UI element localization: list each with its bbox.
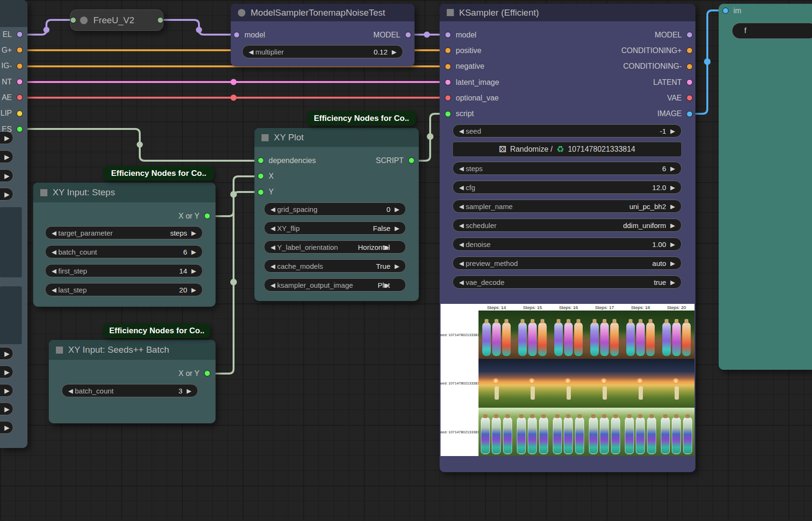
widget-cfg[interactable]: ◀cfg12.0▶ (452, 181, 682, 194)
randomize-seed-button[interactable]: ⚄ Randomize / ♻ 1071478021333814 (452, 142, 682, 157)
collapse-button[interactable] (262, 134, 269, 141)
G+-slot[interactable] (17, 47, 23, 53)
increment-arrow[interactable]: ▶ (668, 165, 677, 172)
widget-first-step[interactable]: ◀first_step14▶ (45, 264, 203, 277)
widget-filename[interactable]: f (732, 23, 812, 39)
widget-scheduler[interactable]: ◀schedulerddim_uniform▶ (452, 219, 682, 232)
collapse-button[interactable] (80, 17, 88, 24)
node-modelsampler-tonemap[interactable]: ModelSamplerTonemapNoiseTest model MODEL… (231, 4, 415, 66)
node-title-bar[interactable]: KSampler (Efficient) (440, 4, 695, 21)
decrement-arrow[interactable]: ◀ (269, 206, 277, 213)
decrement-arrow[interactable]: ◀ (50, 229, 58, 237)
positive-slot[interactable] (445, 47, 451, 54)
model-slot[interactable] (234, 32, 240, 38)
decrement-arrow[interactable]: ◀ (457, 203, 466, 210)
increment-arrow[interactable]: ▶ (393, 225, 401, 232)
decrement-arrow[interactable]: ◀ (269, 244, 277, 251)
X or Y-slot[interactable] (204, 213, 210, 219)
widget-stub[interactable]: ▶ (0, 366, 13, 378)
node-xy-input-steps[interactable]: XY Input: Steps X or Y ◀target_parameter… (33, 183, 216, 307)
increment-arrow[interactable]: ▶ (189, 267, 198, 274)
increment-arrow[interactable]: ▶ (4, 191, 9, 198)
increment-arrow[interactable]: ▶ (668, 203, 677, 210)
decrement-arrow[interactable]: ◀ (457, 184, 466, 191)
node-save-image[interactable]: im f (719, 4, 812, 370)
node-title-bar[interactable] (0, 0, 27, 27)
widget-ksampler-output-image[interactable]: ◀ksampler_output_imagePlot▶ (264, 278, 406, 292)
collapse-button[interactable] (56, 347, 63, 354)
widget-stub[interactable]: ▶ (0, 384, 13, 397)
loader-textarea[interactable] (0, 286, 22, 344)
increment-arrow[interactable]: ▶ (4, 172, 9, 180)
im-slot[interactable] (722, 8, 729, 14)
decrement-arrow[interactable]: ◀ (50, 248, 58, 256)
widget-y-label-orientation[interactable]: ◀Y_label_orientationHorizontal▶ (264, 240, 406, 254)
widget-vae-decode[interactable]: ◀vae_decodetrue▶ (452, 275, 682, 289)
widget-xy-flip[interactable]: ◀XY_flipFalse▶ (264, 221, 406, 235)
increment-arrow[interactable]: ▶ (4, 134, 9, 142)
collapsed-input-slot[interactable] (70, 17, 76, 23)
widget-stub[interactable]: ▶ (0, 188, 13, 201)
increment-arrow[interactable]: ▶ (4, 387, 9, 394)
node-title-bar[interactable]: ModelSamplerTonemapNoiseTest (231, 4, 415, 21)
decrement-arrow[interactable]: ◀ (50, 286, 58, 293)
widget-steps[interactable]: ◀steps6▶ (452, 162, 682, 175)
increment-arrow[interactable]: ▶ (668, 279, 677, 286)
collapsed-output-slot[interactable] (157, 17, 163, 23)
SCRIPT-slot[interactable] (408, 157, 415, 164)
IG--slot[interactable] (17, 63, 23, 69)
increment-arrow[interactable]: ▶ (668, 184, 677, 191)
increment-arrow[interactable]: ▶ (393, 263, 401, 270)
widget-cache-models[interactable]: ◀cache_modelsTrue▶ (264, 259, 406, 273)
decrement-arrow[interactable]: ◀ (269, 225, 277, 232)
LIP-slot[interactable] (17, 110, 23, 117)
ES-slot[interactable] (17, 126, 23, 132)
increment-arrow[interactable]: ▶ (189, 229, 198, 237)
node-graph-canvas[interactable]: ELG+IG-NTAELIPES ▶▶▶▶▶▶▶▶▶ FreeU_V2 Mode… (0, 0, 812, 521)
VAE-slot[interactable] (686, 95, 693, 101)
X-slot[interactable] (258, 173, 264, 179)
widget-sampler-name[interactable]: ◀sampler_nameuni_pc_bh2▶ (452, 200, 682, 213)
EL-slot[interactable] (17, 31, 23, 37)
widget-seed[interactable]: ◀seed-1▶ (452, 124, 682, 137)
node-title-bar[interactable]: XY Input: Seeds++ Batch (49, 340, 216, 360)
decrement-arrow[interactable]: ◀ (457, 279, 466, 286)
decrement-arrow[interactable]: ◀ (457, 260, 466, 267)
node-title-bar[interactable]: XY Plot (254, 128, 419, 147)
decrement-arrow[interactable]: ◀ (457, 128, 466, 135)
node-freeu-v2[interactable]: FreeU_V2 (70, 9, 163, 31)
CONDITIONING--slot[interactable] (686, 64, 693, 70)
node-title-bar[interactable]: XY Input: Steps (33, 183, 216, 202)
widget-last-step[interactable]: ◀last_step20▶ (45, 283, 203, 296)
widget-stub[interactable]: ▶ (0, 150, 13, 163)
IMAGE-slot[interactable] (686, 111, 693, 117)
increment-arrow[interactable]: ▶ (668, 241, 677, 248)
decrement-arrow[interactable]: ◀ (50, 267, 58, 274)
widget-batch-count[interactable]: ◀batch_count3▶ (62, 384, 198, 397)
optional_vae-slot[interactable] (445, 95, 451, 101)
widget-stub[interactable]: ▶ (0, 421, 13, 434)
MODEL-slot[interactable] (405, 32, 411, 38)
collapse-button[interactable] (447, 9, 454, 16)
increment-arrow[interactable]: ▶ (668, 128, 677, 135)
node-xy-input-seeds-batch[interactable]: XY Input: Seeds++ Batch X or Y ◀batch_co… (49, 340, 216, 423)
widget-multiplier[interactable]: ◀multiplier0.12▶ (242, 45, 403, 58)
widget-batch-count[interactable]: ◀batch_count6▶ (45, 245, 203, 258)
increment-arrow[interactable]: ▶ (4, 405, 9, 413)
increment-arrow[interactable]: ▶ (393, 206, 401, 213)
widget-stub[interactable]: ▶ (0, 131, 13, 144)
decrement-arrow[interactable]: ◀ (457, 222, 466, 229)
widget-grid-spacing[interactable]: ◀grid_spacing0▶ (264, 202, 406, 216)
widget-stub[interactable]: ▶ (0, 347, 13, 360)
NT-slot[interactable] (17, 79, 23, 85)
script-slot[interactable] (445, 111, 451, 117)
Y-slot[interactable] (258, 189, 264, 195)
increment-arrow[interactable]: ▶ (390, 48, 398, 55)
X or Y-slot[interactable] (204, 370, 210, 376)
widget-stub[interactable]: ▶ (0, 402, 13, 415)
CONDITIONING+-slot[interactable] (686, 47, 693, 54)
increment-arrow[interactable]: ▶ (4, 153, 9, 161)
AE-slot[interactable] (17, 94, 23, 101)
decrement-arrow[interactable]: ◀ (66, 387, 75, 394)
widget-denoise[interactable]: ◀denoise1.00▶ (452, 238, 682, 251)
